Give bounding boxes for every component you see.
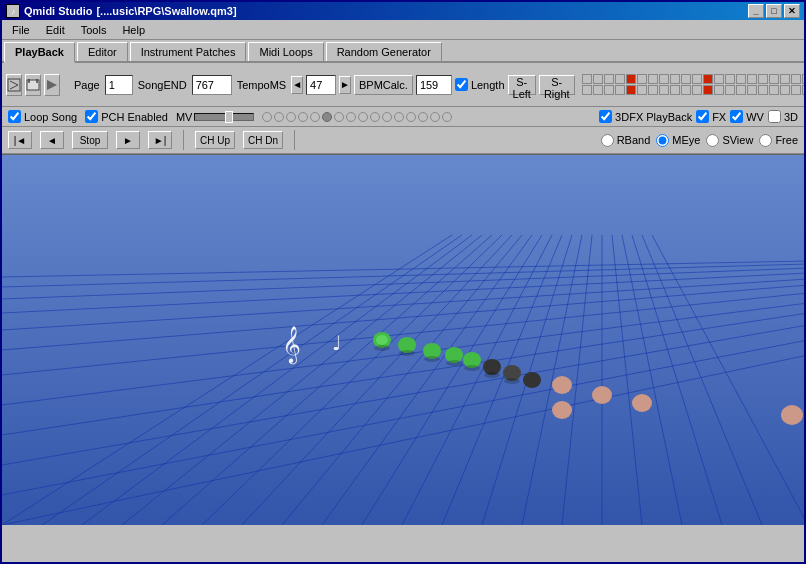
tab-editor[interactable]: Editor: [77, 42, 128, 61]
page-label: Page: [74, 79, 100, 91]
toolbar-btn-2[interactable]: [25, 74, 41, 96]
3d-checkbox[interactable]: [768, 110, 781, 123]
meye-radio[interactable]: [656, 134, 669, 147]
s-right-button[interactable]: S-Right: [539, 75, 575, 95]
tab-instrument-patches[interactable]: Instrument Patches: [130, 42, 247, 61]
svg-point-43: [376, 335, 388, 345]
grid-row-1: [582, 74, 806, 84]
svg-line-1: [10, 81, 18, 85]
gc: [615, 74, 625, 84]
tempo-right-btn[interactable]: ►: [339, 76, 351, 94]
fx-checkbox[interactable]: [696, 110, 709, 123]
loop-song-check[interactable]: Loop Song: [8, 110, 77, 123]
mv-area: MV: [176, 111, 255, 123]
meye-radio-label[interactable]: MEye: [656, 134, 700, 147]
wv-check[interactable]: WV: [730, 110, 764, 123]
minimize-button[interactable]: _: [748, 4, 764, 18]
menu-tools[interactable]: Tools: [73, 22, 115, 38]
bpm-calc-button[interactable]: BPMCalc.: [354, 75, 413, 95]
sview-radio[interactable]: [706, 134, 719, 147]
dfx-check[interactable]: 3DFX PlayBack: [599, 110, 692, 123]
menu-file[interactable]: File: [4, 22, 38, 38]
svg-text:𝄞: 𝄞: [282, 326, 301, 365]
chan-ind: [394, 112, 404, 122]
ch-dn-btn[interactable]: CH Dn: [243, 131, 283, 149]
chan-ind: [418, 112, 428, 122]
pch-enabled-check[interactable]: PCH Enabled: [85, 110, 168, 123]
gc-red: [703, 74, 713, 84]
radio-group: RBand MEye SView Free: [601, 134, 798, 147]
length-checkbox[interactable]: [455, 78, 468, 91]
rband-radio-label[interactable]: RBand: [601, 134, 651, 147]
fx-check[interactable]: FX: [696, 110, 726, 123]
mv-label: MV: [176, 111, 193, 123]
ctrl-row-2: |◄ ◄ Stop ► ►| CH Up CH Dn RBand MEye: [2, 127, 804, 154]
bpm-value-input[interactable]: [416, 75, 452, 95]
chan-ind: [286, 112, 296, 122]
end-btn[interactable]: ►|: [148, 131, 172, 149]
mv-thumb[interactable]: [225, 111, 233, 123]
maximize-button[interactable]: □: [766, 4, 782, 18]
free-radio-label[interactable]: Free: [759, 134, 798, 147]
gc: [615, 85, 625, 95]
wv-checkbox[interactable]: [730, 110, 743, 123]
tempo-left-btn[interactable]: ◄: [291, 76, 303, 94]
mv-track[interactable]: [194, 113, 254, 121]
chan-ind: [358, 112, 368, 122]
close-button[interactable]: ✕: [784, 4, 800, 18]
gc: [714, 74, 724, 84]
tab-random-generator[interactable]: Random Generator: [326, 42, 442, 61]
length-check-label[interactable]: Length: [455, 78, 505, 91]
stop-btn[interactable]: Stop: [72, 131, 108, 149]
gc: [648, 74, 658, 84]
svg-point-61: [484, 372, 500, 378]
tempo-input[interactable]: [306, 75, 336, 95]
gc-red: [703, 85, 713, 95]
song-end-input[interactable]: [192, 75, 232, 95]
svg-point-51: [552, 376, 572, 394]
pch-enabled-checkbox[interactable]: [85, 110, 98, 123]
grid-row-2: [582, 85, 806, 95]
chan-ind: [310, 112, 320, 122]
controls-section: Page SongEND TempoMS ◄ ► BPMCalc. Length…: [2, 63, 804, 155]
next-btn[interactable]: ►: [116, 131, 140, 149]
channel-indicators: [262, 112, 452, 122]
svg-point-52: [592, 386, 612, 404]
gc: [802, 74, 806, 84]
gc: [736, 74, 746, 84]
s-left-button[interactable]: S-Left: [508, 75, 536, 95]
tab-midi-loops[interactable]: Midi Loops: [248, 42, 323, 61]
chan-ind: [274, 112, 284, 122]
chan-ind: [430, 112, 440, 122]
gc: [725, 85, 735, 95]
app-icon: ♪: [6, 4, 20, 18]
gc: [582, 74, 592, 84]
dfx-checkbox[interactable]: [599, 110, 612, 123]
toolbar-btn-3[interactable]: [44, 74, 60, 96]
gc: [692, 74, 702, 84]
loop-song-checkbox[interactable]: [8, 110, 21, 123]
prev-btn[interactable]: ◄: [40, 131, 64, 149]
3d-view[interactable]: 𝄞 ♩: [2, 155, 806, 525]
back-btn[interactable]: |◄: [8, 131, 32, 149]
gc: [769, 85, 779, 95]
svg-point-53: [552, 401, 572, 419]
page-input[interactable]: [105, 75, 133, 95]
ch-up-btn[interactable]: CH Up: [195, 131, 235, 149]
rband-radio[interactable]: [601, 134, 614, 147]
chan-ind: [346, 112, 356, 122]
3d-check[interactable]: 3D: [768, 110, 798, 123]
gc: [659, 85, 669, 95]
gc: [725, 74, 735, 84]
free-radio[interactable]: [759, 134, 772, 147]
gc: [791, 85, 801, 95]
app-title: Qmidi Studio: [24, 5, 92, 17]
tab-playback[interactable]: PlayBack: [4, 42, 75, 63]
svg-point-57: [399, 350, 415, 356]
svg-point-50: [523, 372, 541, 388]
tempo-label: TempoMS: [237, 79, 287, 91]
sview-radio-label[interactable]: SView: [706, 134, 753, 147]
menu-edit[interactable]: Edit: [38, 22, 73, 38]
toolbar-btn-1[interactable]: [6, 74, 22, 96]
menu-help[interactable]: Help: [114, 22, 153, 38]
